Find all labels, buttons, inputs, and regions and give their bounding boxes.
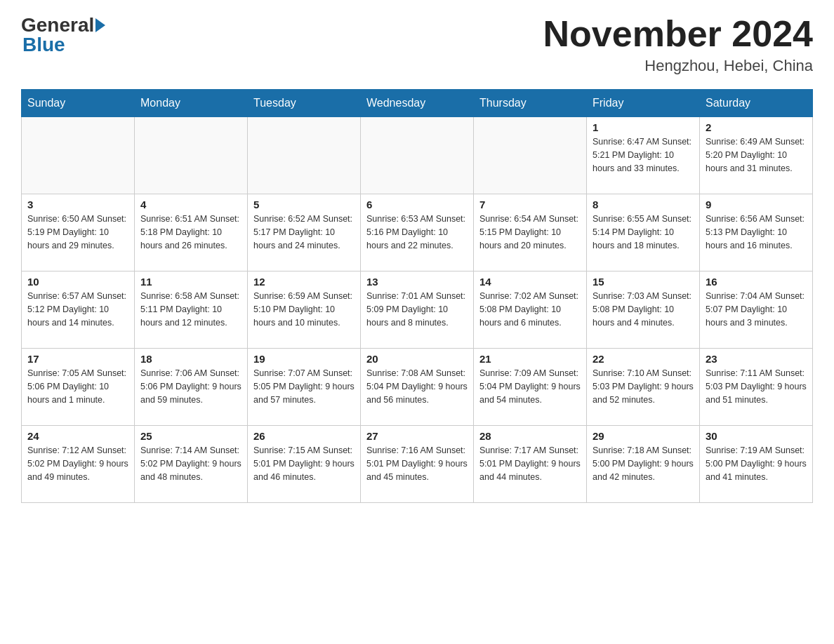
day-info: Sunrise: 7:07 AM Sunset: 5:05 PM Dayligh… (253, 367, 355, 406)
header-day-thursday: Thursday (474, 90, 587, 117)
title-section: November 2024 Hengzhou, Hebei, China (543, 14, 813, 75)
calendar-table: SundayMondayTuesdayWednesdayThursdayFrid… (21, 89, 813, 503)
calendar-week-row: 17Sunrise: 7:05 AM Sunset: 5:06 PM Dayli… (22, 349, 813, 426)
day-info: Sunrise: 7:04 AM Sunset: 5:07 PM Dayligh… (706, 290, 807, 329)
calendar-day-cell: 18Sunrise: 7:06 AM Sunset: 5:06 PM Dayli… (135, 349, 248, 426)
calendar-day-cell: 1Sunrise: 6:47 AM Sunset: 5:21 PM Daylig… (587, 117, 700, 194)
day-number: 26 (253, 430, 355, 442)
calendar-day-cell: 20Sunrise: 7:08 AM Sunset: 5:04 PM Dayli… (361, 349, 474, 426)
day-number: 1 (593, 121, 694, 133)
day-number: 25 (140, 430, 241, 442)
day-info: Sunrise: 6:50 AM Sunset: 5:19 PM Dayligh… (27, 213, 128, 252)
calendar-day-cell: 30Sunrise: 7:19 AM Sunset: 5:00 PM Dayli… (700, 426, 813, 503)
day-number: 19 (253, 353, 355, 365)
calendar-day-cell: 23Sunrise: 7:11 AM Sunset: 5:03 PM Dayli… (700, 349, 813, 426)
calendar-day-cell (248, 117, 361, 194)
day-number: 30 (706, 430, 807, 442)
day-number: 11 (140, 276, 241, 288)
header-day-friday: Friday (587, 90, 700, 117)
day-info: Sunrise: 7:15 AM Sunset: 5:01 PM Dayligh… (253, 444, 355, 483)
day-info: Sunrise: 7:14 AM Sunset: 5:02 PM Dayligh… (140, 444, 241, 483)
day-number: 4 (140, 199, 241, 210)
day-info: Sunrise: 7:19 AM Sunset: 5:00 PM Dayligh… (706, 444, 807, 483)
calendar-week-row: 24Sunrise: 7:12 AM Sunset: 5:02 PM Dayli… (22, 426, 813, 503)
calendar-day-cell: 9Sunrise: 6:56 AM Sunset: 5:13 PM Daylig… (700, 194, 813, 271)
day-number: 21 (479, 353, 581, 365)
month-year-title: November 2024 (543, 14, 813, 54)
day-info: Sunrise: 7:05 AM Sunset: 5:06 PM Dayligh… (27, 367, 128, 406)
day-number: 27 (366, 430, 468, 442)
calendar-day-cell: 10Sunrise: 6:57 AM Sunset: 5:12 PM Dayli… (22, 271, 135, 349)
day-number: 22 (593, 353, 694, 365)
calendar-day-cell: 2Sunrise: 6:49 AM Sunset: 5:20 PM Daylig… (700, 117, 813, 194)
day-info: Sunrise: 6:55 AM Sunset: 5:14 PM Dayligh… (593, 213, 694, 252)
calendar-day-cell: 21Sunrise: 7:09 AM Sunset: 5:04 PM Dayli… (474, 349, 587, 426)
day-number: 9 (706, 199, 807, 210)
day-number: 7 (479, 199, 581, 210)
day-number: 23 (706, 353, 807, 365)
calendar-day-cell: 4Sunrise: 6:51 AM Sunset: 5:18 PM Daylig… (135, 194, 248, 271)
calendar-day-cell: 16Sunrise: 7:04 AM Sunset: 5:07 PM Dayli… (700, 271, 813, 349)
day-info: Sunrise: 6:56 AM Sunset: 5:13 PM Dayligh… (706, 213, 807, 252)
day-number: 28 (479, 430, 581, 442)
calendar-week-row: 3Sunrise: 6:50 AM Sunset: 5:19 PM Daylig… (22, 194, 813, 271)
calendar-day-cell (361, 117, 474, 194)
day-info: Sunrise: 7:09 AM Sunset: 5:04 PM Dayligh… (479, 367, 581, 406)
header-day-wednesday: Wednesday (361, 90, 474, 117)
calendar-day-cell: 12Sunrise: 6:59 AM Sunset: 5:10 PM Dayli… (248, 271, 361, 349)
calendar-day-cell: 6Sunrise: 6:53 AM Sunset: 5:16 PM Daylig… (361, 194, 474, 271)
day-number: 18 (140, 353, 241, 365)
calendar-day-cell (135, 117, 248, 194)
day-number: 15 (593, 276, 694, 288)
calendar-day-cell: 26Sunrise: 7:15 AM Sunset: 5:01 PM Dayli… (248, 426, 361, 503)
calendar-day-cell: 7Sunrise: 6:54 AM Sunset: 5:15 PM Daylig… (474, 194, 587, 271)
calendar-day-cell: 14Sunrise: 7:02 AM Sunset: 5:08 PM Dayli… (474, 271, 587, 349)
day-number: 8 (593, 199, 694, 210)
day-number: 17 (27, 353, 128, 365)
calendar-day-cell: 13Sunrise: 7:01 AM Sunset: 5:09 PM Dayli… (361, 271, 474, 349)
day-number: 24 (27, 430, 128, 442)
calendar-day-cell: 19Sunrise: 7:07 AM Sunset: 5:05 PM Dayli… (248, 349, 361, 426)
location-text: Hengzhou, Hebei, China (543, 57, 813, 75)
day-info: Sunrise: 7:10 AM Sunset: 5:03 PM Dayligh… (593, 367, 694, 406)
calendar-day-cell (22, 117, 135, 194)
day-info: Sunrise: 6:47 AM Sunset: 5:21 PM Dayligh… (593, 135, 694, 175)
calendar-week-row: 1Sunrise: 6:47 AM Sunset: 5:21 PM Daylig… (22, 117, 813, 194)
calendar-day-cell: 28Sunrise: 7:17 AM Sunset: 5:01 PM Dayli… (474, 426, 587, 503)
header-day-tuesday: Tuesday (248, 90, 361, 117)
day-info: Sunrise: 6:51 AM Sunset: 5:18 PM Dayligh… (140, 213, 241, 252)
calendar-week-row: 10Sunrise: 6:57 AM Sunset: 5:12 PM Dayli… (22, 271, 813, 349)
day-info: Sunrise: 7:17 AM Sunset: 5:01 PM Dayligh… (479, 444, 581, 483)
calendar-day-cell: 22Sunrise: 7:10 AM Sunset: 5:03 PM Dayli… (587, 349, 700, 426)
day-info: Sunrise: 7:16 AM Sunset: 5:01 PM Dayligh… (366, 444, 468, 483)
day-info: Sunrise: 6:49 AM Sunset: 5:20 PM Dayligh… (706, 135, 807, 175)
day-info: Sunrise: 7:06 AM Sunset: 5:06 PM Dayligh… (140, 367, 241, 406)
day-info: Sunrise: 7:11 AM Sunset: 5:03 PM Dayligh… (706, 367, 807, 406)
day-info: Sunrise: 7:18 AM Sunset: 5:00 PM Dayligh… (593, 444, 694, 483)
calendar-day-cell: 3Sunrise: 6:50 AM Sunset: 5:19 PM Daylig… (22, 194, 135, 271)
logo-blue-text: Blue (22, 34, 65, 56)
page-header: General Blue November 2024 Hengzhou, Heb… (21, 14, 813, 75)
calendar-day-cell: 5Sunrise: 6:52 AM Sunset: 5:17 PM Daylig… (248, 194, 361, 271)
header-day-saturday: Saturday (700, 90, 813, 117)
calendar-day-cell: 11Sunrise: 6:58 AM Sunset: 5:11 PM Dayli… (135, 271, 248, 349)
day-info: Sunrise: 7:01 AM Sunset: 5:09 PM Dayligh… (366, 290, 468, 329)
day-info: Sunrise: 7:02 AM Sunset: 5:08 PM Dayligh… (479, 290, 581, 329)
calendar-day-cell (474, 117, 587, 194)
day-info: Sunrise: 7:12 AM Sunset: 5:02 PM Dayligh… (27, 444, 128, 483)
day-info: Sunrise: 6:58 AM Sunset: 5:11 PM Dayligh… (140, 290, 241, 329)
day-info: Sunrise: 6:52 AM Sunset: 5:17 PM Dayligh… (253, 213, 355, 252)
calendar-day-cell: 17Sunrise: 7:05 AM Sunset: 5:06 PM Dayli… (22, 349, 135, 426)
calendar-day-cell: 27Sunrise: 7:16 AM Sunset: 5:01 PM Dayli… (361, 426, 474, 503)
day-info: Sunrise: 6:57 AM Sunset: 5:12 PM Dayligh… (27, 290, 128, 329)
calendar-day-cell: 15Sunrise: 7:03 AM Sunset: 5:08 PM Dayli… (587, 271, 700, 349)
calendar-day-cell: 8Sunrise: 6:55 AM Sunset: 5:14 PM Daylig… (587, 194, 700, 271)
day-number: 13 (366, 276, 468, 288)
day-number: 2 (706, 121, 807, 133)
day-info: Sunrise: 7:03 AM Sunset: 5:08 PM Dayligh… (593, 290, 694, 329)
day-info: Sunrise: 6:59 AM Sunset: 5:10 PM Dayligh… (253, 290, 355, 329)
day-number: 20 (366, 353, 468, 365)
day-number: 5 (253, 199, 355, 210)
day-number: 10 (27, 276, 128, 288)
day-info: Sunrise: 7:08 AM Sunset: 5:04 PM Dayligh… (366, 367, 468, 406)
